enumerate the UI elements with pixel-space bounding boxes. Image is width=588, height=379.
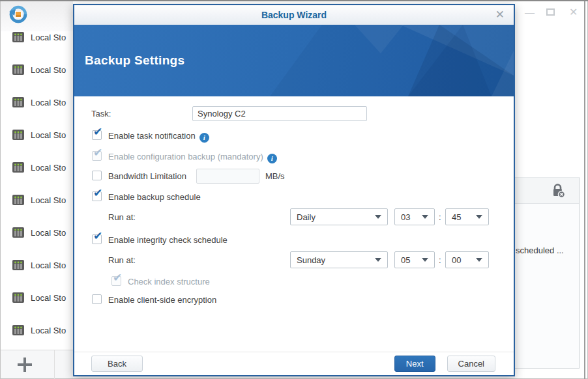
list-item-label: Local Sto (31, 163, 66, 173)
info-icon[interactable]: i (267, 154, 277, 163)
backup-wizard-dialog: Backup Wizard ✕ Backup Settings Task: ✔ … (73, 4, 515, 376)
dialog-title: Backup Wizard (261, 5, 327, 25)
window-controls: — ✕ (518, 5, 583, 21)
backup-hour-select[interactable]: 03 (394, 208, 435, 225)
dialog-titlebar[interactable]: Backup Wizard ✕ (74, 5, 514, 25)
integrity-hour-select[interactable]: 05 (394, 251, 435, 268)
close-window-icon[interactable]: ✕ (569, 5, 578, 20)
local-storage-icon (12, 195, 24, 205)
local-storage-icon (12, 227, 24, 238)
list-item[interactable]: Local Sto (1, 151, 73, 184)
dialog-close-icon[interactable]: ✕ (495, 8, 505, 21)
chevron-down-icon (375, 258, 381, 262)
minimize-icon[interactable]: — (525, 5, 535, 20)
select-value: Sunday (297, 255, 325, 265)
local-storage-icon (12, 325, 24, 335)
lock-remove-icon[interactable] (551, 184, 566, 198)
list-item-label: Local Sto (31, 228, 66, 238)
select-value: Daily (297, 212, 316, 222)
task-name-input[interactable] (192, 106, 367, 121)
config-backup-label: Enable configuration backup (mandatory)i (108, 152, 277, 163)
list-item-label: Local Sto (31, 33, 66, 42)
check-icon: ✔ (113, 272, 122, 283)
list-item-label: Local Sto (31, 130, 66, 140)
backup-schedule-checkbox[interactable]: ✔ (92, 191, 102, 201)
backup-minute-select[interactable]: 45 (445, 208, 489, 225)
check-icon: ✔ (93, 126, 102, 137)
select-value: 00 (452, 255, 461, 265)
chevron-down-icon (476, 258, 482, 262)
screen: — ✕ Local Sto (0, 0, 588, 379)
check-index-structure-label: Check index structure (128, 277, 210, 287)
select-value: 45 (452, 212, 461, 222)
time-colon: : (439, 212, 441, 222)
check-index-structure-checkbox: ✔ (111, 276, 121, 286)
integrity-schedule-checkbox[interactable]: ✔ (92, 234, 102, 244)
config-backup-checkbox: ✔ (92, 151, 102, 161)
dialog-banner: Backup Settings (74, 25, 514, 96)
run-at-label: Run at: (108, 255, 136, 266)
check-icon: ✔ (93, 147, 102, 158)
dialog-footer: Back Next Cancel (74, 352, 514, 375)
list-item[interactable]: Local Sto (1, 249, 73, 281)
list-item[interactable]: Local Sto (1, 314, 73, 346)
bandwidth-limitation-checkbox[interactable] (92, 171, 102, 180)
back-button[interactable]: Back (91, 356, 143, 372)
window-right-edge (584, 1, 585, 379)
maximize-icon[interactable] (546, 8, 555, 16)
local-storage-icon (12, 130, 24, 140)
select-value: 05 (401, 255, 410, 265)
run-at-label: Run at: (108, 212, 136, 223)
task-notification-checkbox[interactable]: ✔ (92, 130, 102, 140)
chevron-down-icon (476, 215, 482, 219)
local-storage-icon (12, 97, 24, 107)
add-task-icon[interactable] (18, 358, 32, 372)
select-value: 03 (401, 212, 410, 222)
window-top-edge (0, 0, 588, 1)
list-item-label: Local Sto (31, 98, 66, 107)
bandwidth-limitation-label: Bandwidth Limitation (108, 171, 186, 182)
local-storage-icon (12, 64, 24, 75)
schedule-summary-text: scheduled ... (516, 246, 564, 255)
list-item[interactable]: Local Sto (1, 119, 73, 151)
list-item[interactable]: Local Sto (1, 53, 73, 86)
page-title: Backup Settings (85, 53, 184, 68)
local-storage-icon (12, 32, 24, 42)
cancel-button[interactable]: Cancel (447, 356, 495, 372)
task-notification-label: Enable task notificationi (108, 131, 209, 143)
chevron-down-icon (422, 215, 428, 219)
list-item-label: Local Sto (31, 293, 66, 303)
backup-task-list: Local Sto Local Sto Loca (1, 21, 73, 350)
integrity-frequency-select[interactable]: Sunday (290, 251, 388, 268)
list-item-label: Local Sto (31, 326, 66, 335)
chevron-down-icon (422, 258, 428, 262)
list-item[interactable]: Local Sto (1, 216, 73, 249)
check-icon: ✔ (93, 188, 102, 199)
next-button[interactable]: Next (394, 356, 435, 372)
list-item[interactable]: Local Sto (1, 281, 73, 314)
client-side-encryption-label: Enable client-side encryption (108, 295, 216, 305)
local-storage-icon (12, 292, 24, 303)
list-item-label: Local Sto (31, 65, 66, 75)
task-detail-panel: scheduled ... (515, 177, 580, 369)
list-item-label: Local Sto (31, 195, 66, 205)
backup-settings-form: Task: ✔ Enable task notificationi ✔ Enab… (74, 96, 514, 352)
list-item-label: Local Sto (31, 260, 66, 270)
list-item[interactable]: Local Sto (1, 21, 73, 53)
local-storage-icon (12, 260, 24, 270)
task-label: Task: (91, 109, 111, 119)
integrity-minute-select[interactable]: 00 (445, 251, 489, 268)
task-list-toolbar (1, 350, 73, 378)
client-side-encryption-checkbox[interactable] (92, 294, 102, 304)
chevron-down-icon (375, 215, 381, 219)
info-icon[interactable]: i (199, 133, 209, 143)
list-item[interactable]: Local Sto (1, 86, 73, 119)
backup-frequency-select[interactable]: Daily (290, 208, 388, 225)
toolbar-divider (54, 350, 55, 379)
integrity-schedule-label: Enable integrity check schedule (108, 235, 228, 246)
time-colon: : (439, 255, 441, 265)
bandwidth-value-input (196, 169, 259, 184)
list-item[interactable]: Local Sto (1, 184, 73, 216)
task-detail-header (515, 178, 579, 204)
local-storage-icon (12, 162, 24, 173)
